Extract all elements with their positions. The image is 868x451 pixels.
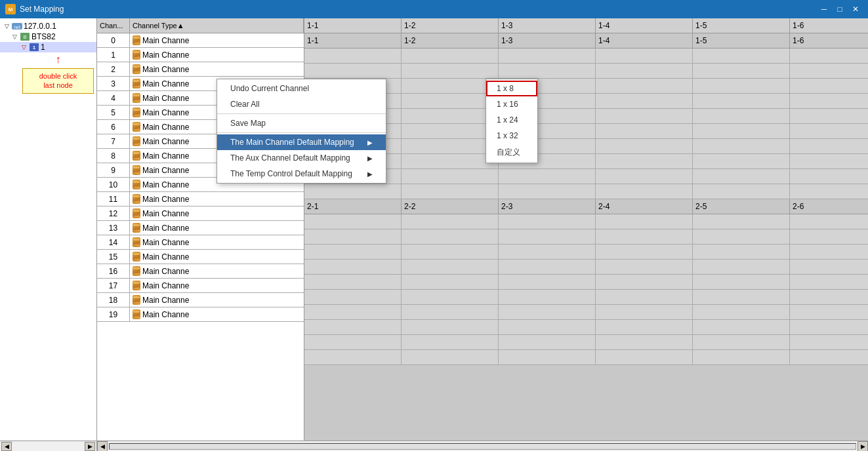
tree-item-root[interactable]: ▽ net 127.0.0.1 xyxy=(0,21,96,31)
grid-cell[interactable] xyxy=(790,64,868,78)
grid-cell[interactable] xyxy=(596,64,693,78)
grid-cell[interactable] xyxy=(693,214,790,229)
grid-cell[interactable] xyxy=(693,139,790,153)
grid-data-row[interactable] xyxy=(304,275,868,290)
grid-data-row[interactable] xyxy=(304,260,868,275)
grid-data-row[interactable] xyxy=(304,290,868,305)
grid-data-row[interactable] xyxy=(304,79,868,94)
grid-cell[interactable] xyxy=(402,64,499,78)
submenu-item-custom[interactable]: 自定义 xyxy=(486,144,537,161)
left-row[interactable]: 18 Main Channe xyxy=(97,293,304,307)
tree-item-node[interactable]: ▽ 1 1 xyxy=(0,42,96,52)
grid-cell[interactable] xyxy=(402,229,499,244)
tree-item-bts[interactable]: ▽ B BTS82 xyxy=(0,31,96,42)
menu-item-save[interactable]: Save Map xyxy=(217,115,386,131)
grid-data-row[interactable] xyxy=(304,320,868,335)
grid-cell[interactable] xyxy=(693,260,790,274)
grid-cell[interactable] xyxy=(596,290,693,304)
grid-cell[interactable] xyxy=(402,320,499,334)
left-row[interactable]: 16 Main Channe xyxy=(97,264,304,279)
grid-cell[interactable] xyxy=(499,350,596,364)
grid-cell[interactable] xyxy=(790,94,868,108)
grid-cell[interactable] xyxy=(402,350,499,364)
grid-data-row[interactable] xyxy=(304,94,868,109)
grid-cell[interactable] xyxy=(693,124,790,138)
grid-cell[interactable] xyxy=(790,229,868,244)
grid-cell[interactable] xyxy=(596,214,693,229)
grid-cell[interactable] xyxy=(304,320,402,334)
grid-cell[interactable] xyxy=(402,79,499,93)
grid-cell[interactable] xyxy=(402,94,499,108)
grid-cell[interactable] xyxy=(596,350,693,364)
grid-cell[interactable] xyxy=(693,49,790,63)
grid-cell[interactable] xyxy=(596,94,693,108)
menu-item-aux-channel[interactable]: The Aux Channel Default Mapping ▶ xyxy=(217,150,386,166)
left-row[interactable]: 17 Main Channe xyxy=(97,279,304,293)
grid-cell[interactable] xyxy=(402,214,499,229)
left-row[interactable]: 0 Main Channe xyxy=(97,33,304,48)
grid-data-row[interactable] xyxy=(304,335,868,350)
grid-cell[interactable] xyxy=(693,229,790,244)
grid-cell[interactable] xyxy=(790,350,868,364)
grid-cell[interactable] xyxy=(304,305,402,319)
grid-data-row[interactable] xyxy=(304,169,868,184)
grid-cell[interactable] xyxy=(304,260,402,274)
grid-cell[interactable] xyxy=(304,184,402,199)
grid-cell[interactable] xyxy=(499,49,596,63)
grid-cell[interactable] xyxy=(304,49,402,63)
grid-cell[interactable] xyxy=(693,290,790,304)
grid-cell[interactable] xyxy=(596,109,693,123)
grid-cell[interactable] xyxy=(790,305,868,319)
grid-cell[interactable] xyxy=(304,64,402,78)
grid-cell[interactable] xyxy=(499,214,596,229)
grid-cell[interactable] xyxy=(790,154,868,168)
left-row[interactable]: 1 Main Channe xyxy=(97,48,304,62)
grid-cell[interactable] xyxy=(790,275,868,289)
grid-cell[interactable] xyxy=(790,320,868,334)
grid-cell[interactable] xyxy=(693,335,790,349)
grid-cell[interactable] xyxy=(596,79,693,93)
grid-data-row[interactable] xyxy=(304,245,868,260)
grid-cell[interactable] xyxy=(499,290,596,304)
close-button[interactable]: ✕ xyxy=(848,3,863,16)
hscroll-right-btn[interactable]: ▶ xyxy=(858,441,868,452)
submenu-item-1x8[interactable]: 1 x 8 xyxy=(486,81,537,96)
grid-cell[interactable] xyxy=(790,184,868,199)
grid-cell[interactable] xyxy=(596,320,693,334)
grid-cell[interactable] xyxy=(790,214,868,229)
grid-cell[interactable] xyxy=(304,214,402,229)
grid-cell[interactable] xyxy=(790,260,868,274)
grid-cell[interactable] xyxy=(499,169,596,184)
grid-data-row[interactable] xyxy=(304,229,868,245)
grid-cell[interactable] xyxy=(790,245,868,259)
grid-cell[interactable] xyxy=(596,139,693,153)
minimize-button[interactable]: ─ xyxy=(817,3,831,16)
grid-cell[interactable] xyxy=(402,290,499,304)
grid-cell[interactable] xyxy=(402,335,499,349)
grid-cell[interactable] xyxy=(596,154,693,168)
grid-cell[interactable] xyxy=(596,275,693,289)
grid-data-row[interactable] xyxy=(304,139,868,154)
grid-cell[interactable] xyxy=(693,154,790,168)
grid-data-row[interactable] xyxy=(304,214,868,229)
grid-cell[interactable] xyxy=(304,229,402,244)
left-row[interactable]: 12 Main Channe xyxy=(97,206,304,221)
grid-cell[interactable] xyxy=(402,139,499,153)
grid-cell[interactable] xyxy=(790,79,868,93)
grid-data-row[interactable] xyxy=(304,49,868,64)
menu-item-clear[interactable]: Clear All xyxy=(217,96,386,112)
grid-data-row[interactable] xyxy=(304,350,868,365)
grid-cell[interactable] xyxy=(596,229,693,244)
grid-cell[interactable] xyxy=(304,290,402,304)
grid-cell[interactable] xyxy=(693,79,790,93)
grid-cell[interactable] xyxy=(596,305,693,319)
grid-cell[interactable] xyxy=(790,169,868,184)
submenu-item-1x32[interactable]: 1 x 32 xyxy=(486,128,537,144)
grid-cell[interactable] xyxy=(596,124,693,138)
grid-cell[interactable] xyxy=(499,64,596,78)
grid-cell[interactable] xyxy=(402,109,499,123)
grid-cell[interactable] xyxy=(499,305,596,319)
grid-data-row[interactable] xyxy=(304,64,868,79)
grid-cell[interactable] xyxy=(304,350,402,364)
grid-cell[interactable] xyxy=(790,139,868,153)
